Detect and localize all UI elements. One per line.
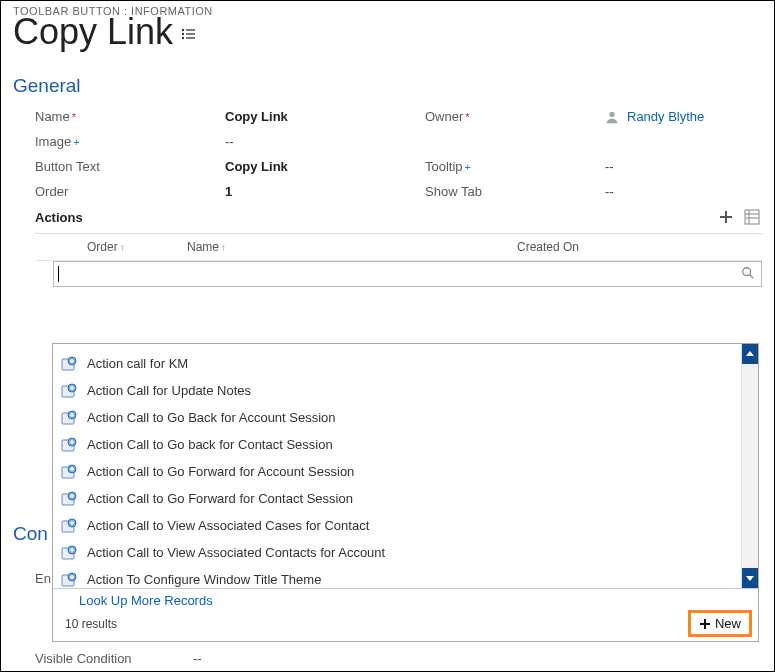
scroll-down-icon[interactable] — [742, 568, 758, 588]
lookup-result-item[interactable]: Action Call to Go Back for Account Sessi… — [53, 404, 741, 431]
owner-label: Owner* — [425, 109, 605, 124]
col-order[interactable]: Order↑ — [87, 240, 187, 254]
new-record-button[interactable]: New — [688, 610, 752, 637]
lookup-result-label: Action To Configure Window Title Theme — [87, 568, 321, 588]
image-value[interactable]: -- — [225, 134, 425, 149]
svg-rect-9 — [745, 210, 759, 224]
owner-link[interactable]: Randy Blythe — [627, 109, 704, 124]
section-general-heading: General — [1, 53, 774, 105]
lookup-more-records-link[interactable]: Look Up More Records — [65, 593, 752, 608]
svg-rect-3 — [186, 33, 195, 34]
visible-condition-value[interactable]: -- — [193, 651, 202, 666]
lookup-search-row[interactable] — [53, 261, 762, 287]
svg-rect-36 — [700, 623, 710, 625]
showtab-value[interactable]: -- — [605, 184, 775, 199]
button-text-value[interactable]: Copy Link — [225, 159, 425, 174]
col-name[interactable]: Name↑ — [187, 240, 517, 254]
lookup-result-item[interactable]: Action Call to View Associated Cases for… — [53, 512, 741, 539]
svg-point-2 — [182, 33, 184, 35]
person-icon — [605, 110, 619, 124]
tooltip-label: Tooltip+ — [425, 159, 605, 174]
sort-asc-icon: ↑ — [221, 242, 226, 253]
lookup-result-label: Action Call to Go Forward for Contact Se… — [87, 487, 353, 510]
recommended-icon: + — [465, 161, 471, 173]
action-call-icon — [61, 491, 77, 507]
required-icon: * — [465, 111, 469, 123]
action-call-icon — [61, 545, 77, 561]
action-call-icon — [61, 410, 77, 426]
lookup-result-item[interactable]: Action Call to Go Forward for Account Se… — [53, 458, 741, 485]
lookup-result-label: Action Call for Update Notes — [87, 379, 251, 402]
tooltip-value[interactable]: -- — [605, 159, 775, 174]
action-call-icon — [61, 464, 77, 480]
col-created-on[interactable]: Created On — [517, 240, 667, 254]
lookup-result-item[interactable]: Action To Configure Window Title Theme — [53, 566, 741, 588]
field-partial-label: En — [35, 571, 51, 586]
lookup-dropdown: Action call for KMAction Call for Update… — [52, 343, 759, 642]
svg-point-13 — [743, 267, 751, 275]
lookup-search-input[interactable] — [59, 262, 735, 286]
recommended-icon: + — [73, 136, 79, 148]
lookup-result-label: Action Call to Go back for Contact Sessi… — [87, 433, 333, 456]
lookup-result-label: Action Call to View Associated Contacts … — [87, 541, 385, 564]
required-icon: * — [72, 111, 76, 123]
order-label: Order — [35, 184, 225, 199]
lookup-result-item[interactable]: Action Call to Go back for Contact Sessi… — [53, 431, 741, 458]
scrollbar[interactable] — [741, 344, 758, 588]
page-title: Copy Link — [13, 11, 173, 53]
showtab-label: Show Tab — [425, 184, 605, 199]
name-value[interactable]: Copy Link — [225, 109, 425, 124]
action-call-icon — [61, 383, 77, 399]
name-label: Name* — [35, 109, 225, 124]
add-record-icon[interactable] — [716, 207, 736, 227]
record-menu-icon[interactable] — [181, 27, 199, 45]
lookup-result-item[interactable]: Action Call for Update Notes — [53, 377, 741, 404]
svg-line-14 — [750, 274, 754, 278]
sort-asc-icon: ↑ — [120, 242, 125, 253]
subgrid-header: Order↑ Name↑ Created On — [35, 233, 762, 261]
action-call-icon — [61, 356, 77, 372]
lookup-result-label: Action Call to View Associated Cases for… — [87, 514, 369, 537]
action-call-icon — [61, 572, 77, 588]
plus-icon — [699, 618, 711, 630]
lookup-result-item[interactable]: Action call for KM — [53, 350, 741, 377]
button-text-label: Button Text — [35, 159, 225, 174]
lookup-result-item[interactable]: Action Call to Go Forward for Contact Se… — [53, 485, 741, 512]
section-partial-heading: Con — [13, 523, 48, 545]
svg-point-6 — [609, 111, 614, 116]
visible-condition-label: Visible Condition — [35, 651, 193, 666]
svg-point-4 — [182, 37, 184, 39]
svg-point-0 — [182, 29, 184, 31]
actions-subgrid-label: Actions — [35, 210, 710, 225]
svg-rect-1 — [186, 29, 195, 30]
results-count: 10 results — [65, 617, 117, 631]
action-call-icon — [61, 437, 77, 453]
lookup-result-label: Action Call to Go Forward for Account Se… — [87, 460, 354, 483]
scroll-up-icon[interactable] — [742, 344, 758, 364]
lookup-result-label: Action call for KM — [87, 352, 188, 375]
svg-rect-5 — [186, 37, 195, 38]
lookup-result-item[interactable]: Action Call to View Associated Contacts … — [53, 539, 741, 566]
order-value[interactable]: 1 — [225, 184, 425, 199]
image-label: Image+ — [35, 134, 225, 149]
search-icon[interactable] — [735, 266, 761, 283]
grid-view-icon[interactable] — [742, 207, 762, 227]
lookup-result-label: Action Call to Go Back for Account Sessi… — [87, 406, 336, 429]
action-call-icon — [61, 518, 77, 534]
svg-rect-8 — [720, 216, 732, 218]
